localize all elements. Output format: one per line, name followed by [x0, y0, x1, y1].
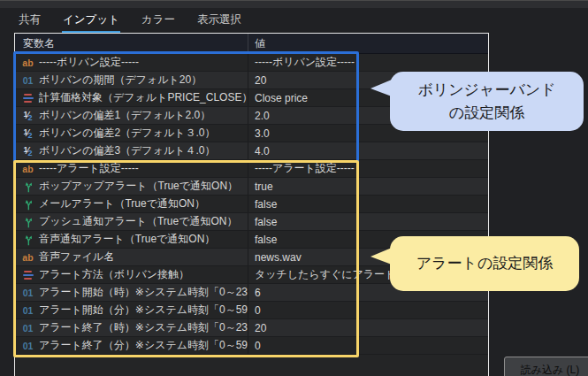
- parameter-label: -----アラート設定-----: [39, 161, 139, 176]
- double-type-icon: 1⁄2: [24, 111, 33, 120]
- parameter-name-cell: ab 音声ファイル名: [15, 249, 248, 265]
- parameter-name-cell: 1⁄2 ボリバンの偏差2（デフォルト３.0）: [15, 126, 248, 141]
- parameter-value[interactable]: false: [248, 213, 488, 230]
- parameter-name-cell: 01 ボリバンの期間（デフォルト20）: [15, 73, 248, 88]
- parameter-label: ボリバンの偏差1（デフォルト2.0）: [39, 108, 210, 123]
- column-header-value: 値: [248, 34, 488, 53]
- table-row[interactable]: 01 アラート開始（分）※システム時刻「0～59」 0: [15, 302, 488, 319]
- type-glyph: 01: [23, 341, 34, 351]
- table-row[interactable]: ab -----ボリバン設定----- -----ボリバン設定-----: [15, 54, 488, 72]
- type-glyph: ab: [22, 252, 33, 263]
- parameter-name-cell: ab -----アラート設定-----: [15, 161, 248, 176]
- parameter-label: ボリバンの偏差2（デフォルト３.0）: [39, 126, 216, 141]
- bool-fork-icon: [23, 234, 34, 246]
- type-glyph: ab: [22, 164, 33, 174]
- parameter-label: 音声通知アラート（Trueで通知ON）: [39, 232, 215, 247]
- enum-type-icon: [20, 91, 35, 105]
- parameter-name-cell: 1⁄2 ボリバンの偏差1（デフォルト2.0）: [15, 108, 248, 123]
- parameter-label: アラート方法（ボリバン接触）: [39, 267, 189, 282]
- parameter-name-cell: 01 アラート終了（分）※システム時刻「0～59」: [15, 338, 248, 353]
- tab-colors[interactable]: カラー: [141, 11, 176, 29]
- bool-type-icon: [20, 180, 35, 194]
- double-type-icon: 1⁄2: [20, 144, 35, 158]
- parameter-label: アラート終了（時）※システム時刻「0～23」: [39, 320, 248, 335]
- integer-type-icon: 01: [20, 286, 35, 300]
- parameter-value[interactable]: 4.0: [248, 142, 488, 159]
- parameter-value[interactable]: 0: [248, 337, 488, 354]
- type-glyph: 01: [23, 75, 34, 86]
- table-row[interactable]: 01 アラート終了（分）※システム時刻「0～59」 0: [15, 337, 488, 355]
- parameter-name-cell: プッシュ通知アラート（Trueで通知ON）: [15, 214, 248, 229]
- callout-tail: [370, 248, 392, 265]
- string-type-icon: ab: [20, 162, 35, 176]
- parameter-label: アラート開始（分）※システム時刻「0～59」: [39, 303, 248, 318]
- table-row[interactable]: メールアラート（Trueで通知ON） false: [15, 196, 488, 213]
- table-row[interactable]: ab -----アラート設定----- -----アラート設定-----: [15, 160, 488, 178]
- parameter-name-cell: ab -----ボリバン設定-----: [15, 55, 248, 70]
- parameter-name-cell: メールアラート（Trueで通知ON）: [15, 196, 248, 211]
- parameter-label: メールアラート（Trueで通知ON）: [39, 196, 205, 211]
- table-row[interactable]: 01 アラート終了（時）※システム時刻「0～23」 20: [15, 319, 488, 337]
- parameter-name-cell: アラート方法（ボリバン接触）: [15, 267, 248, 282]
- tab-visualization[interactable]: 表示選択: [196, 11, 242, 29]
- parameter-name-cell: 01 アラート終了（時）※システム時刻「0～23」: [15, 320, 248, 335]
- alert-callout-text: アラートの設定関係: [416, 252, 554, 275]
- enum-list-icon: [23, 94, 34, 103]
- parameter-label: -----ボリバン設定-----: [39, 55, 139, 70]
- parameter-value[interactable]: 20: [248, 319, 488, 336]
- parameter-label: ボリバンの偏差3（デフォルト４.0）: [39, 143, 216, 158]
- double-type-icon: 1⁄2: [24, 146, 33, 156]
- parameter-value[interactable]: false: [248, 196, 488, 212]
- bool-type-icon: [20, 233, 35, 247]
- tab-bar: 共有 インプット カラー 表示選択: [18, 11, 242, 29]
- column-header-variable: 変数名: [15, 36, 248, 51]
- parameter-name-cell: ポップアップアラート（Trueで通知ON）: [15, 179, 248, 194]
- table-row[interactable]: ポップアップアラート（Trueで通知ON） true: [15, 178, 488, 196]
- string-type-icon: ab: [20, 250, 35, 265]
- bool-type-icon: [20, 215, 35, 229]
- callout-tail: [370, 80, 392, 96]
- parameter-label: ボリバンの期間（デフォルト20）: [39, 73, 202, 88]
- integer-type-icon: 01: [20, 339, 35, 353]
- string-type-icon: ab: [20, 56, 35, 70]
- type-glyph: ab: [22, 58, 33, 68]
- parameter-label: 計算価格対象（デフォルトPRICE_CLOSE）: [39, 90, 248, 105]
- parameter-label: アラート開始（時）※システム時刻「0～23」: [39, 285, 248, 300]
- bool-fork-icon: [23, 198, 34, 211]
- alert-callout: アラートの設定関係: [390, 236, 579, 291]
- type-glyph: 01: [23, 305, 34, 316]
- parameter-value[interactable]: -----ボリバン設定-----: [248, 54, 488, 71]
- parameter-value[interactable]: 0: [248, 302, 488, 318]
- parameter-name-cell: 音声通知アラート（Trueで通知ON）: [15, 232, 248, 247]
- type-glyph: 01: [23, 288, 34, 298]
- enum-type-icon: [20, 268, 35, 282]
- integer-type-icon: 01: [20, 321, 35, 335]
- double-type-icon: 1⁄2: [24, 128, 33, 138]
- table-row[interactable]: 1⁄2 ボリバンの偏差3（デフォルト４.0） 4.0: [15, 142, 488, 160]
- load-button[interactable]: 読み込み (L): [504, 357, 588, 376]
- table-row[interactable]: プッシュ通知アラート（Trueで通知ON） false: [15, 213, 488, 231]
- bollinger-callout-text: ボリンジャーバンド の設定関係: [417, 79, 555, 124]
- parameter-label: 音声ファイル名: [39, 249, 114, 265]
- window-top-strip: [0, 0, 588, 8]
- parameter-label: プッシュ通知アラート（Trueで通知ON）: [39, 214, 237, 229]
- integer-type-icon: 01: [20, 303, 35, 318]
- tab-inputs[interactable]: インプット: [62, 11, 120, 29]
- table-header: 変数名 値: [15, 34, 488, 54]
- parameter-name-cell: 01 アラート開始（時）※システム時刻「0～23」: [15, 285, 248, 300]
- bool-type-icon: [20, 197, 35, 211]
- type-glyph: 01: [23, 323, 34, 334]
- parameter-label: アラート終了（分）※システム時刻「0～59」: [39, 338, 248, 353]
- parameter-name-cell: 1⁄2 ボリバンの偏差3（デフォルト４.0）: [15, 143, 248, 158]
- tab-common[interactable]: 共有: [18, 11, 42, 29]
- double-type-icon: 1⁄2: [20, 127, 35, 141]
- double-type-icon: 1⁄2: [20, 109, 35, 123]
- parameter-label: ポップアップアラート（Trueで通知ON）: [39, 179, 238, 194]
- parameter-value[interactable]: true: [248, 178, 488, 195]
- parameter-name-cell: 01 アラート開始（分）※システム時刻「0～59」: [15, 303, 248, 318]
- enum-list-icon: [23, 271, 34, 280]
- parameter-value[interactable]: -----アラート設定-----: [248, 160, 488, 177]
- integer-type-icon: 01: [20, 73, 35, 88]
- bollinger-callout: ボリンジャーバンド の設定関係: [390, 72, 584, 131]
- bool-fork-icon: [23, 216, 34, 228]
